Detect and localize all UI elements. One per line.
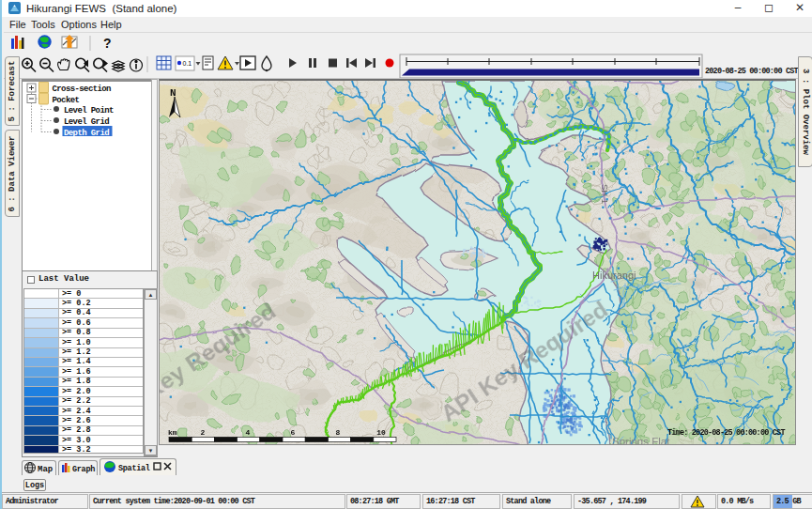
svg-text:Level Point: Level Point (64, 106, 114, 116)
svg-text:Pocket: Pocket (53, 96, 80, 105)
svg-text:8: 8 (336, 428, 341, 437)
svg-text:Map: Map (38, 465, 53, 474)
svg-text:Graph: Graph (72, 465, 95, 474)
svg-text:Springs Flat: Springs Flat (612, 436, 670, 445)
svg-text:?: ? (103, 36, 112, 51)
svg-text:Depth Grid: Depth Grid (64, 129, 109, 138)
svg-text:Time: 2020-08-25 00:00:00 CST: Time: 2020-08-25 00:00:00 CST (667, 428, 785, 438)
svg-text:km: km (168, 428, 177, 437)
svg-text:10: 10 (376, 428, 386, 437)
svg-text:2: 2 (201, 428, 206, 437)
svg-text:Cross-section: Cross-section (53, 85, 112, 94)
svg-text:N: N (170, 87, 176, 99)
svg-text:Spatial: Spatial (118, 464, 150, 473)
svg-text:SH 1: SH 1 (600, 184, 610, 204)
svg-text:0.1: 0.1 (183, 60, 192, 67)
svg-text:Hikurangi: Hikurangi (592, 270, 636, 281)
svg-text:4: 4 (246, 428, 251, 437)
svg-text:Level Grid: Level Grid (64, 117, 109, 127)
svg-text:2020-08-25 00:00:00 CST: 2020-08-25 00:00:00 CST (705, 67, 799, 76)
svg-text:6: 6 (291, 428, 296, 437)
